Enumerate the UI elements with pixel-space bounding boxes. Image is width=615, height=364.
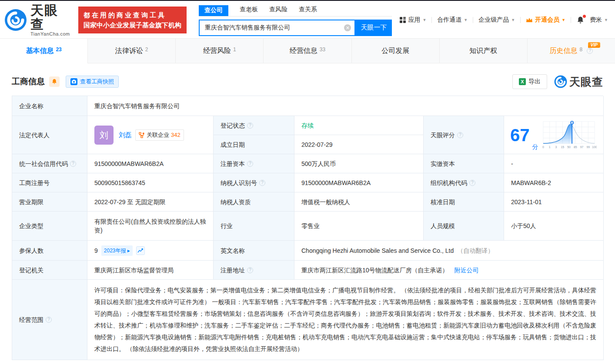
svg-text:15: 15 <box>561 145 564 148</box>
watermark-text: 天眼查 <box>569 75 603 89</box>
value-registration-number: 500905015863745 <box>87 173 214 192</box>
search-tab-boss[interactable]: 查老板 <box>240 4 258 16</box>
value-org-code: MABWAR6B-2 <box>504 173 604 192</box>
value-industry: 零售业 <box>294 212 424 241</box>
nav-divider <box>473 17 473 23</box>
section-title: 工商信息 <box>12 76 45 87</box>
related-companies-count: 342 <box>171 131 180 139</box>
tab-intellectual-property[interactable]: 知识产权 <box>440 39 528 63</box>
chevron-down-icon: ▼ <box>604 18 608 22</box>
clear-search-icon[interactable]: ✕ <box>344 24 351 31</box>
nav-divider <box>520 17 521 23</box>
promo-banner-line2: 国家中小企业发展子基金旗下机构 <box>84 20 181 30</box>
help-icon[interactable]: ? <box>247 161 253 167</box>
top-navigation: 应用 ▼ 合作通道 ▼ 企业级产品 ▼ 开通会员 ▼ <box>400 16 608 24</box>
business-snapshot-button[interactable]: 查看工商快照 <box>66 76 119 88</box>
export-button-label: 导出 <box>528 78 541 86</box>
nav-partner-label: 合作通道 <box>437 16 461 24</box>
tab-basic-info[interactable]: 基本信息 23 <box>0 39 88 63</box>
search-tab-company[interactable]: 查公司 <box>199 5 228 16</box>
chevron-down-icon: ▼ <box>422 18 426 22</box>
network-icon <box>139 132 145 138</box>
snapshot-button-label: 查看工商快照 <box>80 78 114 86</box>
company-tabbar: 基本信息 23 法律诉讼 2 经营风险 1 经营信息 33 公司发展 知识产权 … <box>0 38 615 63</box>
help-icon[interactable]: ? <box>469 180 475 186</box>
help-icon[interactable]: ? <box>46 317 52 323</box>
logo-swirl-icon <box>4 9 27 31</box>
crown-icon <box>526 17 533 23</box>
score-unit: 分 <box>532 142 538 151</box>
tab-history-info[interactable]: VIP 历史信息 8 ? <box>528 39 615 63</box>
vip-badge: VIP <box>588 42 600 48</box>
nav-partner[interactable]: 合作通道 ▼ <box>437 16 468 24</box>
tab-count: 1 <box>233 46 236 53</box>
value-credit-code: 91500000MABWAR6B2A <box>87 154 214 173</box>
svg-text:50: 50 <box>567 145 571 148</box>
help-icon[interactable]: ? <box>259 180 265 186</box>
chevron-down-icon: ▼ <box>562 18 565 22</box>
nearby-companies-link[interactable]: 附近公司 <box>455 266 479 275</box>
tab-label: 法律诉讼 <box>115 46 143 56</box>
value-tianyan-score[interactable]: 67 分 <box>504 116 604 154</box>
value-company-name: 重庆合智汽车销售服务有限公司 <box>87 96 604 116</box>
label-establish-date: 成立日期 <box>214 135 294 154</box>
svg-text:100: 100 <box>592 145 597 148</box>
trend-chart-icon[interactable] <box>136 246 145 255</box>
apps-grid-icon <box>400 17 406 23</box>
search-tab-risk[interactable]: 查风险 <box>269 4 287 16</box>
search-input[interactable] <box>205 24 344 31</box>
nav-enterprise[interactable]: 企业级产品 ▼ <box>478 16 515 24</box>
related-companies-badge[interactable]: 关联企业 342 <box>135 129 184 141</box>
value-taxpayer-id: 91500000MABWAR6B2A <box>294 173 424 192</box>
label-registration-authority: 登记机关 <box>12 261 87 280</box>
label-registration-number: 工商注册号 <box>12 173 87 192</box>
legal-rep-name-link[interactable]: 刘磊 <box>119 131 132 139</box>
tab-label: 经营风险 <box>203 46 231 56</box>
tab-company-development[interactable]: 公司发展 <box>352 39 440 63</box>
nav-user[interactable]: 费米 ▼ <box>590 16 608 24</box>
value-registered-capital: 500万人民币 <box>294 154 424 173</box>
nav-user-label: 费米 <box>590 16 602 24</box>
notification-dot <box>583 15 586 18</box>
help-icon[interactable]: ? <box>587 48 593 54</box>
label-business-scope: 经营范围? <box>12 280 87 360</box>
nav-open-vip[interactable]: 开通会员 ▼ <box>526 16 565 24</box>
value-insured-number: 9 2023年报 ▸ <box>87 241 214 261</box>
help-icon[interactable]: ? <box>247 122 253 129</box>
export-button[interactable]: X 导出 <box>512 74 547 89</box>
label-registered-capital: 注册资本? <box>214 154 294 173</box>
subscribe-bell-button[interactable] <box>49 76 60 87</box>
search-area: 查公司 查老板 查风险 查关系 ✕ 天眼一下 <box>199 4 392 36</box>
nav-apps[interactable]: 应用 ▼ <box>400 16 426 24</box>
tab-legal-proceedings[interactable]: 法律诉讼 2 <box>88 39 176 63</box>
help-icon[interactable]: ? <box>247 267 253 273</box>
help-icon[interactable]: ? <box>70 161 76 167</box>
label-taxpayer-quality: 纳税人资质 <box>214 192 294 212</box>
auto-translate-note: （自动翻译） <box>457 246 494 255</box>
search-tabs: 查公司 查老板 查风险 查关系 <box>199 4 392 17</box>
tab-operation-risk[interactable]: 经营风险 1 <box>176 39 264 63</box>
svg-text:1: 1 <box>548 145 550 148</box>
main-content: 工商信息 查看工商快照 X 导出 <box>0 74 615 360</box>
tianyancha-logo[interactable]: 天眼查 TianYanCha.com <box>4 3 70 36</box>
promo-banner-line1: 都在用的商业查询工具 <box>84 10 181 20</box>
notifications-bell[interactable] <box>576 16 585 24</box>
search-button[interactable]: 天眼一下 <box>355 20 392 36</box>
chevron-down-icon: ▼ <box>511 18 515 22</box>
svg-text:3: 3 <box>555 145 557 148</box>
value-establish-date: 2022-07-29 <box>294 135 424 154</box>
label-english-name: 英文名称 <box>214 241 294 261</box>
label-credit-code: 统一社会信用代码? <box>12 154 87 173</box>
avatar[interactable]: 刘 <box>94 126 114 145</box>
value-business-scope: 许可项目：保险代理业务；电气安装服务；第一类增值电信业务；第二类增值电信业务；广… <box>87 280 604 360</box>
svg-text:85: 85 <box>573 145 577 148</box>
value-registered-address: 重庆市两江新区汇流路10号物流配送厂房（自主承诺） 附近公司 <box>294 261 604 280</box>
search-tab-relation[interactable]: 查关系 <box>299 4 317 16</box>
value-legal-representative: 刘 刘磊 关联企业 342 <box>87 116 214 154</box>
tab-operation-info[interactable]: 经营信息 33 <box>264 39 351 63</box>
tab-label: 基本信息 <box>26 46 53 56</box>
help-icon[interactable]: ? <box>457 132 463 138</box>
label-industry: 行业 <box>214 212 294 241</box>
annual-report-badge[interactable]: 2023年报 ▸ <box>101 245 133 256</box>
label-approval-date: 核准日期 <box>424 192 504 212</box>
